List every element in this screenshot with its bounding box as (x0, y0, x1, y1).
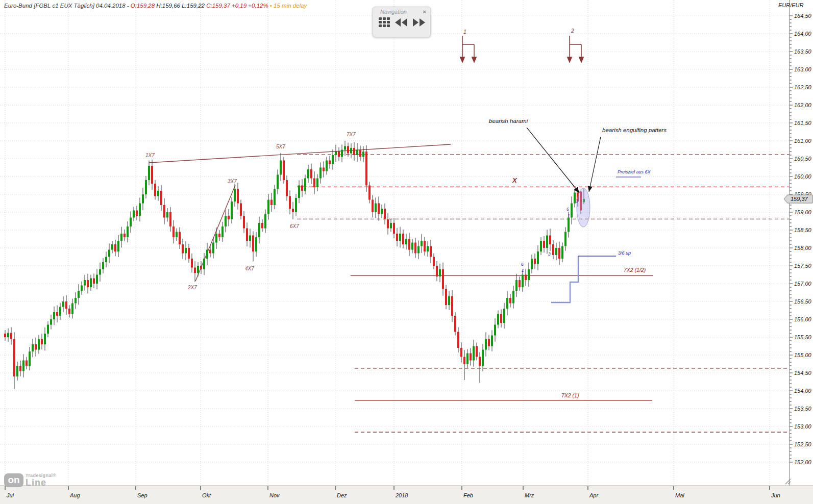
pattern-highlight-ellipse[interactable] (577, 188, 590, 227)
candle-body (332, 155, 334, 164)
candle-body (124, 234, 126, 237)
count-digit-label[interactable]: 3 (548, 251, 551, 257)
candle-body (359, 150, 361, 157)
candle-body (19, 366, 21, 371)
candle-body (179, 232, 181, 245)
candle-body (78, 291, 80, 298)
candle-body (378, 204, 380, 214)
candle-body (212, 243, 214, 254)
candle-body (362, 152, 364, 157)
month-tick-label: Apr (589, 492, 599, 498)
count-digit-label[interactable]: 1 (568, 213, 570, 218)
candle-body (258, 223, 260, 237)
candle-body (295, 198, 297, 212)
fast-forward-icon[interactable] (412, 18, 426, 27)
title-segment: • 15 min delay (270, 3, 307, 9)
candle-body (169, 212, 171, 226)
time-axis[interactable]: JulAugSepOktNovDez2018FebMrzAprMaiJun (0, 486, 813, 504)
month-tick-label: Mrz (525, 492, 534, 498)
count-digit-label[interactable]: 6 (521, 262, 524, 267)
candle-body (543, 241, 545, 248)
candle-body (421, 241, 423, 246)
candle-body (341, 150, 343, 157)
title-segment: H:159,66 L:159,22 (156, 3, 206, 9)
candle-body (203, 259, 205, 269)
count-digit-label[interactable]: 1 (522, 268, 524, 273)
price-tick-label: 162,50 (794, 84, 812, 90)
candle-body (231, 201, 233, 219)
price-target-label[interactable]: Preisziel aus 6X (618, 169, 651, 174)
price-tick-label: 154,50 (794, 370, 812, 376)
count-digit-label[interactable]: 3 (576, 198, 578, 204)
candle-body (326, 161, 328, 171)
price-tick-label: 163,50 (794, 48, 812, 55)
candle-body (13, 339, 15, 377)
candle-body (488, 339, 490, 346)
swing-label[interactable]: 7X7 (347, 132, 356, 137)
candle-body (482, 350, 484, 366)
x-mark-label[interactable]: X (512, 177, 518, 184)
candle-body (130, 218, 132, 227)
candle-body (298, 186, 300, 198)
price-tick-label: 164,50 (794, 13, 812, 19)
price-tick-label: 160,00 (794, 173, 812, 180)
level-label: 7X2 (1) (561, 392, 579, 398)
swing-label[interactable]: 5X7 (276, 144, 285, 149)
candle-body (111, 244, 113, 250)
candle-body (540, 241, 542, 251)
month-tick-label: Feb (463, 492, 473, 498)
candle-body (537, 251, 539, 264)
swing-label[interactable]: 6X7 (290, 223, 299, 229)
candle-body (197, 266, 199, 273)
candle-body (71, 304, 73, 314)
candle-body (500, 314, 502, 323)
price-tick-label: 156,50 (794, 298, 812, 305)
candle-body (237, 189, 239, 204)
candle-body (519, 280, 521, 287)
candle-body (424, 241, 426, 251)
candle-body (157, 191, 159, 196)
candle-body (154, 184, 156, 196)
candle-body (225, 216, 227, 226)
price-tick-label: 157,50 (794, 263, 812, 269)
candle-body (41, 339, 43, 345)
logo-badge: on (4, 473, 23, 487)
candle-body (151, 166, 153, 184)
price-tick-label: 152,50 (794, 441, 812, 447)
candle-body (44, 334, 46, 344)
pattern-annotation-label[interactable]: bearish engulfing patters (602, 127, 667, 133)
swing-label[interactable]: 4X7 (245, 266, 254, 271)
candle-body (252, 236, 254, 252)
swing-label[interactable]: 1X7 (145, 153, 155, 158)
candle-body (448, 296, 450, 306)
candle-body (310, 169, 312, 179)
candle-body (50, 319, 52, 325)
candle-body (399, 234, 401, 241)
rewind-icon[interactable] (395, 18, 408, 27)
title-segment: C:159,37 +0,19 +0,12% (206, 3, 270, 9)
candle-body (29, 351, 31, 366)
candle-body (221, 226, 224, 237)
candle-body (454, 316, 456, 332)
candle-body (381, 209, 383, 214)
candle-body (136, 211, 138, 216)
swing-label[interactable]: 2X7 (187, 285, 197, 290)
count-digit-label[interactable]: 6 (566, 207, 569, 212)
candle-body (528, 269, 530, 280)
title-segment: Euro-Bund [FGBL c1 EUX Täglich] 04.04.20… (4, 3, 131, 9)
month-tick-label: Nov (269, 492, 280, 498)
candle-body (35, 344, 37, 350)
candle-body (209, 250, 211, 254)
pattern-annotation-label[interactable]: bearish harami (489, 118, 528, 124)
candle-body (347, 146, 349, 154)
candle-body (148, 166, 150, 180)
candle-body (26, 361, 28, 366)
candle-body (261, 223, 263, 229)
candle-body (476, 346, 478, 357)
swing-label[interactable]: 3X7 (228, 179, 237, 184)
grid-icon[interactable] (379, 17, 390, 28)
close-icon[interactable]: × (423, 9, 426, 15)
candle-body (81, 286, 83, 291)
price-tick-label: 163,00 (794, 66, 812, 72)
candle-body (145, 180, 147, 194)
